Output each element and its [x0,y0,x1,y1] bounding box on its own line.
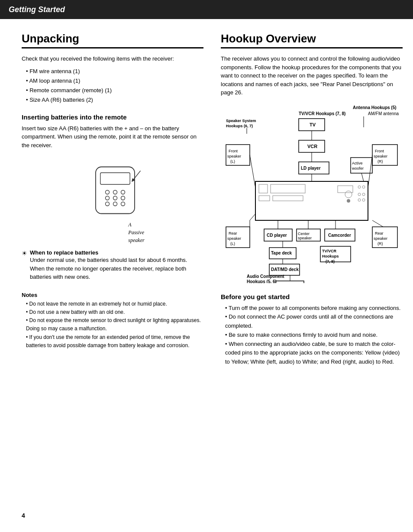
tip-title: When to replace batteries [30,249,203,256]
before-item: Turn off the power to all components bef… [225,304,403,313]
notes-list: Do not leave the remote in an extremely … [22,300,203,350]
items-list: FM wire antenna (1) AM loop antenna (1) … [22,67,203,105]
svg-text:woofer: woofer [352,166,364,171]
right-column: Hookup Overview The receiver allows you … [221,32,403,367]
svg-point-7 [121,196,125,200]
svg-text:Rear: Rear [229,231,237,235]
page-number: 4 [22,512,25,519]
svg-text:Audio Component: Audio Component [247,274,284,279]
svg-text:(R): (R) [378,242,383,246]
diagram-svg: Antenna Hookups (5) AM/FM antenna TV/VCR… [221,101,403,283]
svg-point-45 [362,186,365,188]
remote-illustration [80,158,158,219]
svg-point-4 [121,190,125,194]
svg-text:Center: Center [298,232,310,236]
list-item: Remote commander (remote) (1) [26,86,203,95]
svg-text:VCR: VCR [307,144,317,149]
tip-content: When to replace batteries Under normal u… [30,249,203,285]
hookup-intro: The receiver allows you to connect and c… [221,55,403,97]
svg-text:Hookups (5, 6): Hookups (5, 6) [247,279,277,283]
before-item: Do not connect the AC power cords until … [225,313,403,331]
note-item: If you don't use the remote for an exten… [26,333,203,350]
svg-point-2 [106,190,110,194]
note-item: Do not expose the remote sensor to direc… [26,316,203,333]
svg-rect-33 [351,158,372,173]
tip-icon: ☀ [22,250,27,257]
unpacking-title: Unpacking [22,32,203,48]
tip-text: Under normal use, the batteries should l… [30,256,203,281]
before-item: When connecting an audio/video cable, be… [225,340,403,367]
svg-point-3 [113,190,117,194]
remote-image-container: APassivespeaker [35,158,203,244]
svg-point-9 [113,202,117,206]
svg-text:Active: Active [352,161,363,165]
notes-title: Notes [22,292,203,298]
hookup-title: Hookup Overview [221,32,403,48]
svg-text:speaker: speaker [227,236,241,241]
svg-point-49 [362,199,365,201]
svg-rect-36 [255,181,368,220]
svg-text:Camcorder: Camcorder [328,233,351,238]
svg-text:Front: Front [229,149,238,153]
unpacking-intro: Check that you received the following it… [22,55,203,63]
svg-line-53 [250,155,255,188]
svg-text:DAT/MD deck: DAT/MD deck [271,267,299,272]
svg-point-47 [362,193,365,196]
note-item: Do not leave the remote in an extremely … [26,300,203,308]
svg-text:LD player: LD player [301,166,321,171]
svg-text:TV/VCR Hookups (7, 8): TV/VCR Hookups (7, 8) [299,111,345,116]
svg-text:(R): (R) [378,159,383,164]
hookup-diagram: Antenna Hookups (5) AM/FM antenna TV/VCR… [221,101,403,284]
before-item: Be sure to make connections firmly to av… [225,331,403,340]
svg-line-86 [372,220,383,227]
svg-point-44 [358,186,361,188]
svg-rect-79 [276,281,304,283]
before-title: Before you get started [221,293,403,300]
svg-point-5 [106,196,110,200]
svg-point-8 [106,202,110,206]
note-item: Do not use a new battery with an old one… [26,308,203,316]
svg-point-46 [358,193,361,196]
svg-text:Antenna Hookups (5): Antenna Hookups (5) [353,105,397,110]
main-content: Unpacking Check that you received the fo… [0,19,413,380]
svg-point-42 [345,191,352,198]
svg-text:(7, 8): (7, 8) [326,259,335,264]
svg-rect-38 [271,184,305,193]
svg-text:speaker: speaker [298,236,312,240]
svg-line-54 [368,155,372,188]
inserting-title: Inserting batteries into the remote [22,113,203,121]
svg-point-6 [113,196,117,200]
svg-text:(L): (L) [230,242,235,246]
list-item: Size AA (R6) batteries (2) [26,95,203,105]
svg-rect-40 [273,196,303,201]
svg-text:Speaker System: Speaker System [226,119,256,123]
inserting-text: Insert two size AA (R6) batteries with t… [22,124,203,150]
svg-text:speaker: speaker [374,236,387,241]
header-bar: Getting Started [0,0,413,19]
handwritten-note: APassivespeaker [128,221,144,244]
svg-text:Hookups: Hookups [322,254,339,258]
svg-line-11 [133,171,141,181]
svg-rect-39 [259,196,270,201]
svg-text:Tape deck: Tape deck [271,251,292,255]
svg-text:AM/FM antenna: AM/FM antenna [368,111,399,116]
svg-text:CD player: CD player [267,233,287,238]
svg-text:Rear: Rear [375,231,384,235]
svg-point-10 [121,202,125,206]
svg-text:speaker: speaker [374,154,387,158]
svg-text:TV: TV [310,122,316,127]
before-section: Before you get started Turn off the powe… [221,293,403,367]
list-item: FM wire antenna (1) [26,67,203,76]
svg-point-48 [358,199,361,201]
svg-text:(L): (L) [230,159,235,164]
svg-text:Hookups (6, 7): Hookups (6, 7) [226,124,253,128]
svg-text:TV/VCR: TV/VCR [322,249,337,253]
header-title: Getting Started [9,5,65,14]
svg-line-85 [250,214,255,220]
svg-rect-37 [259,184,268,193]
svg-rect-1 [100,173,130,184]
svg-line-55 [361,173,364,181]
before-list: Turn off the power to all components bef… [221,304,403,367]
svg-text:speaker: speaker [227,154,241,158]
notes-section: Notes Do not leave the remote in an extr… [22,292,203,350]
